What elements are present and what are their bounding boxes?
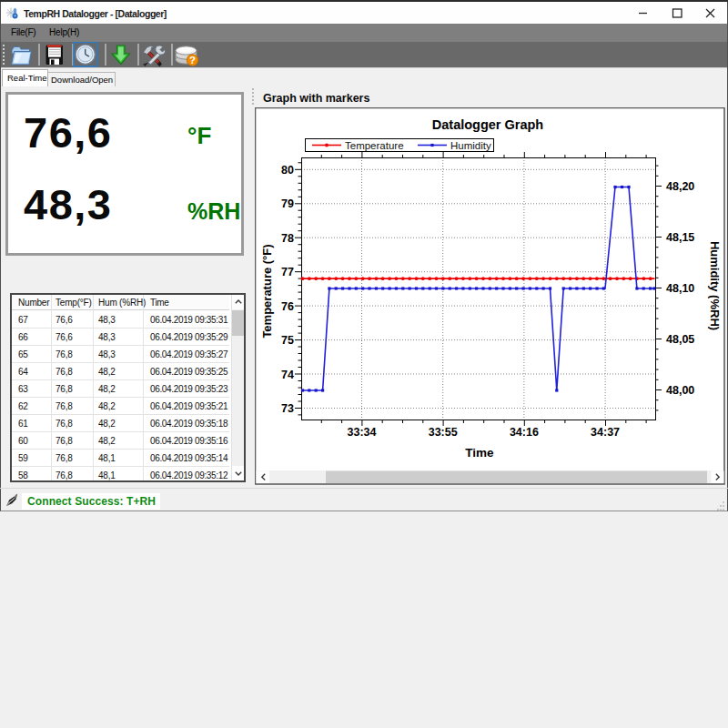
svg-text:Humidity: Humidity: [450, 140, 491, 151]
svg-text:48,10: 48,10: [666, 282, 694, 295]
svg-text:Temperature (°F): Temperature (°F): [260, 244, 274, 338]
svg-text:48,20: 48,20: [666, 180, 694, 193]
svg-text:Temperature: Temperature: [345, 140, 404, 151]
svg-text:75: 75: [281, 334, 294, 347]
svg-text:34:16: 34:16: [510, 426, 539, 439]
svg-text:48,00: 48,00: [666, 384, 694, 397]
svg-text:48,15: 48,15: [666, 231, 694, 244]
svg-text:80: 80: [281, 164, 294, 177]
svg-text:76: 76: [281, 300, 294, 313]
svg-text:74: 74: [281, 369, 294, 381]
svg-text:?: ?: [189, 55, 196, 66]
svg-text:33:34: 33:34: [348, 426, 377, 439]
svg-text:Datalogger Graph: Datalogger Graph: [432, 117, 543, 132]
svg-text:77: 77: [281, 266, 294, 278]
svg-text:78: 78: [281, 232, 294, 245]
svg-text:48,05: 48,05: [666, 333, 694, 346]
svg-text:Time: Time: [465, 446, 494, 460]
svg-text:79: 79: [281, 197, 294, 210]
svg-text:Humidity (%RH): Humidity (%RH): [708, 241, 722, 330]
svg-text:33:55: 33:55: [429, 426, 458, 439]
svg-text:73: 73: [281, 402, 294, 415]
svg-text:34:37: 34:37: [591, 426, 620, 439]
